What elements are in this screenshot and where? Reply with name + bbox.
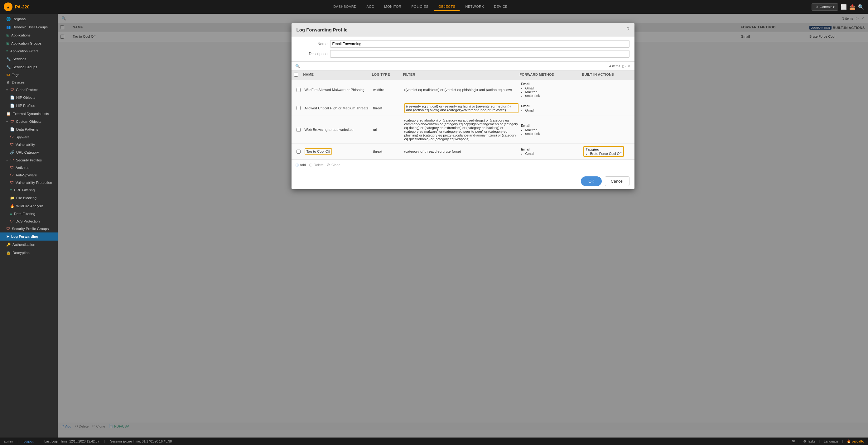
sidebar-item-data-patterns[interactable]: 📄 Data Patterns [0,125,58,133]
row3-builtin-actions [582,116,632,144]
row1-checkbox[interactable] [297,88,301,92]
row1-forward-method: Email Gmail Mailtrap smtp-sink [520,80,582,100]
sidebar-item-application-filters[interactable]: ≡ Application Filters [0,47,58,55]
delete-icon: ⊖ [309,162,313,167]
ok-button[interactable]: OK [581,177,602,186]
status-user: admin [4,439,13,443]
sidebar-item-hip-profiles[interactable]: 📄 HIP Profiles [0,102,58,110]
sidebar-item-security-profile-groups[interactable]: 🛡 Security Profile Groups [0,225,58,232]
row2-checkbox-cell [294,100,303,116]
commit-chevron: ▾ [833,5,835,9]
inner-table: NAME LOG TYPE FILTER FORWARD METHOD BUIL… [291,71,634,160]
sidebar-item-antivirus[interactable]: 🛡 Antivirus [0,164,58,171]
tasks-button[interactable]: ⚙ Tasks [803,439,816,443]
row3-log-type: url [372,116,403,144]
sidebar-item-devices[interactable]: 🖥 Devices [0,78,58,86]
modal-buttons: OK Cancel [291,173,634,189]
description-input[interactable] [330,50,629,58]
status-right: ✉ | ⚙ Tasks | Language | 🔥 paloalto [792,439,864,443]
table-row: Allowed Critical High or Medium Threats … [291,100,634,116]
sidebar-item-authentication[interactable]: 🔑 Authentication [0,241,58,249]
row3-checkbox[interactable] [297,128,301,132]
sidebar-item-log-forwarding[interactable]: ➤ Log Forwarding [0,232,58,241]
search-icon[interactable]: 🔍 [858,4,864,10]
row4-checkbox[interactable] [297,150,301,154]
inner-search-icon: 🔍 [295,64,300,68]
select-all-checkbox[interactable] [294,73,298,77]
description-label: Description [297,52,328,56]
sidebar-item-wildfire-analysis[interactable]: 🔥 WildFire Analysis [0,202,58,210]
form-row-description: Description [297,50,629,58]
row2-filter: ((severity eq critical) or (severity eq … [403,100,520,116]
row4-forward-method-detail: Email Gmail [521,148,534,156]
sidebar-item-hip-objects[interactable]: 📄 HIP Objects [0,94,58,102]
nav-dashboard[interactable]: DASHBOARD [329,3,361,11]
sidebar-item-tags[interactable]: 🏷 Tags [0,71,58,78]
logo-icon: ▲ [4,2,12,11]
modal-delete-button[interactable]: ⊖ Delete [309,162,323,167]
export-icon[interactable]: 📤 [849,4,856,10]
nav-device[interactable]: DEVICE [490,3,512,11]
sidebar-item-security-profiles[interactable]: ▾ 🛡 Security Profiles [0,156,58,164]
inner-close-search[interactable]: ✕ [628,64,631,68]
sidebar-item-data-filtering[interactable]: ≡ Data Filtering [0,210,58,218]
sidebar-item-vulnerability[interactable]: 🛡 Vulnerability [0,141,58,148]
form-row-name: Name [297,40,629,48]
row4-builtin-actions-detail: Tagging Brute Force Cool Off [586,148,622,156]
th-name: NAME [303,73,372,77]
sidebar-item-dynamic-user-groups[interactable]: 👥 Dynamic User Groups [0,23,58,31]
row2-forward-method: Email Gmail [520,100,582,116]
sidebar-item-spyware[interactable]: 🛡 Spyware [0,133,58,141]
nav-acc[interactable]: ACC [362,3,379,11]
save-icon[interactable]: ⬜ [841,4,847,10]
row3-filter: (category eq abortion) or (category eq a… [403,116,520,144]
row4-name: Tag to Cool Off [303,144,372,159]
name-label: Name [297,42,328,46]
cancel-button[interactable]: Cancel [605,177,629,186]
sidebar-item-url-category[interactable]: 🔗 URL Category [0,148,58,156]
modal-clone-button[interactable]: ⟳ Clone [327,162,340,167]
sidebar-item-url-filtering[interactable]: ≡ URL Filtering [0,186,58,194]
row3-forward-method: Email Mailtrap smtp-sink [520,116,582,144]
status-bar: admin | Logout | Last Login Time: 12/18/… [0,438,868,445]
row4-checkbox-cell [294,144,303,159]
sidebar-item-dos-protection[interactable]: 🛡 DoS Protection [0,218,58,225]
sidebar: 🌐 Regions 👥 Dynamic User Groups ⊞ Applic… [0,14,58,438]
modal-add-button[interactable]: ⊕ Add [295,162,306,167]
sidebar-item-file-blocking[interactable]: 📁 File Blocking [0,194,58,202]
table-row: Web Browsing to bad websites url (catego… [291,116,634,144]
inner-search-bar: 🔍 4 items ▷ ✕ [291,62,634,71]
language-button[interactable]: Language [824,439,838,443]
sidebar-item-application-groups[interactable]: ⊞ Application Groups [0,39,58,47]
inner-next-icon[interactable]: ▷ [622,64,626,69]
row3-name: Web Browsing to bad websites [303,116,372,144]
nav-policies[interactable]: POLICIES [407,3,433,11]
sidebar-item-external-dynamic-lists[interactable]: 📋 External Dynamic Lists [0,110,58,118]
status-logout[interactable]: Logout [23,439,33,443]
th-filter: FILTER [403,73,520,77]
sidebar-item-globalprotect[interactable]: ▾ 🛡 GlobalProtect [0,86,58,94]
sidebar-item-custom-objects[interactable]: ▾ 🛡 Custom Objects [0,118,58,125]
sidebar-item-regions[interactable]: 🌐 Regions [0,15,58,23]
row2-checkbox[interactable] [297,106,301,110]
nav-monitor[interactable]: MONITOR [380,3,406,11]
row3-checkbox-cell [294,116,303,144]
sidebar-item-services[interactable]: 🔧 Services [0,55,58,63]
row1-log-type: wildfire [372,80,403,100]
sidebar-item-anti-spyware[interactable]: 🛡 Anti-Spyware [0,171,58,179]
modal-help-icon[interactable]: ? [627,27,629,32]
sidebar-item-service-groups[interactable]: 🔧 Service Groups [0,63,58,71]
inner-search-input[interactable] [302,64,608,68]
sidebar-item-applications[interactable]: ⊞ Applications [0,31,58,39]
row4-actions-highlight: Tagging Brute Force Cool Off [583,146,624,157]
commit-button[interactable]: 🖥 Commit ▾ [812,3,838,10]
nav-objects[interactable]: OBJECTS [434,3,460,11]
row4-forward-method: Email Gmail [520,144,582,159]
sidebar-item-decryption[interactable]: 🔒 Decryption [0,249,58,257]
sidebar-item-vulnerability-protection[interactable]: 🛡 Vulnerability Protection [0,179,58,186]
nav-network[interactable]: NETWORK [461,3,489,11]
row1-filter: ((verdict eq malicious) or (verdict eq p… [403,80,520,100]
name-input[interactable] [330,40,629,48]
status-session-expire: Session Expire Time: 01/17/2020 16:45:38 [110,439,172,443]
commit-icon: 🖥 [815,5,818,9]
